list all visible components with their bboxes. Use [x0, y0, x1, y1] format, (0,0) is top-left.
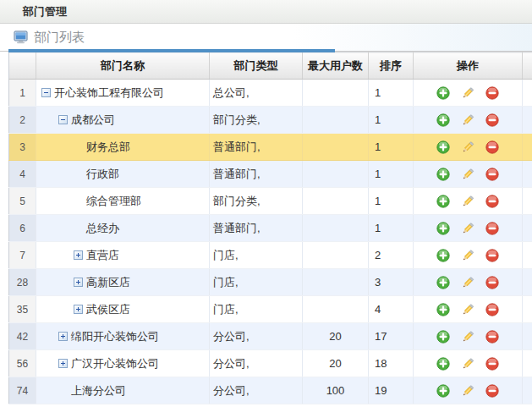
department-type-cell: 门店, — [210, 296, 303, 323]
edit-icon[interactable] — [461, 221, 475, 235]
max-users-cell — [303, 107, 369, 134]
operations-cell — [414, 107, 523, 134]
section-header: 部门列表 — [0, 24, 532, 52]
edit-icon[interactable] — [461, 329, 475, 344]
grid-body: 1 开心装饰工程有限公司 总公司, 1 2 成都公司 部门分类, 1 3 — [9, 80, 532, 404]
add-icon[interactable] — [436, 85, 451, 100]
table-row[interactable]: 7 直营店 门店, 2 — [9, 242, 532, 269]
max-users-cell: 100 — [303, 377, 369, 404]
add-icon[interactable] — [436, 383, 451, 398]
department-type-cell: 普通部门, — [210, 161, 303, 188]
row-number-cell: 28 — [9, 269, 36, 296]
table-row[interactable]: 28 高新区店 门店, 3 — [9, 269, 532, 296]
col-header-sort[interactable]: 排序 — [369, 52, 414, 80]
add-icon[interactable] — [436, 194, 451, 208]
department-type-cell: 部门分类, — [210, 107, 303, 134]
row-gutter-cell — [523, 161, 532, 188]
col-header-max-users[interactable]: 最大用户数 — [303, 52, 369, 80]
max-users-cell — [303, 161, 369, 188]
operations-cell — [414, 161, 523, 188]
table-row[interactable]: 3 财务总部 普通部门, 1 — [9, 134, 532, 161]
tree-indent — [40, 173, 74, 174]
add-icon[interactable] — [436, 221, 451, 235]
add-icon[interactable] — [436, 248, 451, 262]
row-number-cell: 56 — [9, 350, 36, 377]
tree-indent — [40, 255, 74, 256]
department-name: 总经办 — [86, 221, 119, 236]
edit-icon[interactable] — [461, 248, 475, 262]
delete-icon[interactable] — [485, 113, 500, 127]
edit-icon[interactable] — [461, 302, 475, 316]
edit-icon[interactable] — [461, 113, 475, 127]
tree-indent — [40, 390, 58, 391]
tree-toggle-icon[interactable] — [58, 115, 68, 124]
tab-department-management[interactable]: 部门管理 — [0, 4, 67, 19]
table-row[interactable]: 4 行政部 普通部门, 1 — [9, 161, 532, 188]
table-row[interactable]: 74 上海分公司 分公司, 100 19 — [9, 377, 532, 404]
col-header-department-type[interactable]: 部门类型 — [210, 52, 303, 80]
add-icon[interactable] — [436, 329, 451, 344]
edit-icon[interactable] — [461, 194, 475, 208]
edit-icon[interactable] — [461, 356, 475, 371]
table-row[interactable]: 1 开心装饰工程有限公司 总公司, 1 — [9, 80, 532, 107]
delete-icon[interactable] — [485, 356, 500, 371]
top-tab-bar: 部门管理 — [0, 0, 532, 24]
department-name: 绵阳开心装饰公司 — [71, 329, 159, 344]
delete-icon[interactable] — [485, 221, 500, 235]
col-header-department-name[interactable]: 部门名称 — [36, 52, 210, 80]
tree-toggle-icon[interactable] — [74, 305, 83, 314]
operations-cell — [414, 269, 523, 296]
department-name: 综合管理部 — [86, 194, 141, 209]
edit-icon[interactable] — [461, 275, 475, 289]
add-icon[interactable] — [436, 356, 451, 371]
department-type-cell: 总公司, — [210, 80, 303, 107]
table-row[interactable]: 6 总经办 普通部门, 1 — [9, 215, 532, 242]
sort-cell: 1 — [369, 134, 414, 161]
max-users-cell — [303, 188, 369, 215]
delete-icon[interactable] — [485, 275, 500, 289]
delete-icon[interactable] — [485, 248, 500, 262]
table-row[interactable]: 56 广汉开心装饰公司 分公司, 20 18 — [9, 350, 532, 377]
operations-cell — [414, 134, 523, 161]
section-title: 部门列表 — [34, 30, 85, 46]
department-type-cell: 分公司, — [210, 323, 303, 350]
section-accent-underline — [8, 49, 335, 52]
delete-icon[interactable] — [485, 329, 500, 344]
operations-cell — [414, 215, 523, 242]
row-gutter-cell — [523, 350, 532, 377]
tree-toggle-icon[interactable] — [58, 359, 68, 368]
table-row[interactable]: 2 成都公司 部门分类, 1 — [9, 107, 532, 134]
tree-toggle-icon[interactable] — [74, 278, 83, 287]
add-icon[interactable] — [436, 113, 451, 127]
operations-cell — [414, 188, 523, 215]
add-icon[interactable] — [436, 275, 451, 289]
max-users-cell — [303, 242, 369, 269]
sort-cell: 1 — [369, 107, 414, 134]
delete-icon[interactable] — [485, 167, 500, 181]
edit-icon[interactable] — [461, 85, 475, 100]
department-type-cell: 分公司, — [210, 350, 303, 377]
sort-cell: 19 — [369, 377, 414, 404]
delete-icon[interactable] — [485, 194, 500, 208]
edit-icon[interactable] — [461, 140, 475, 154]
delete-icon[interactable] — [485, 140, 500, 154]
table-row[interactable]: 5 综合管理部 部门分类, 1 — [9, 188, 532, 215]
row-number-header — [9, 52, 36, 80]
delete-icon[interactable] — [485, 85, 500, 100]
row-number-cell: 5 — [9, 188, 36, 215]
delete-icon[interactable] — [485, 383, 500, 398]
edit-icon[interactable] — [461, 167, 475, 181]
department-name: 上海分公司 — [71, 383, 126, 399]
grid-header-row: 部门名称 部门类型 最大用户数 排序 操作 — [9, 52, 532, 80]
add-icon[interactable] — [436, 167, 451, 181]
tree-toggle-icon[interactable] — [58, 332, 68, 341]
edit-icon[interactable] — [461, 383, 475, 398]
add-icon[interactable] — [436, 140, 451, 154]
table-row[interactable]: 42 绵阳开心装饰公司 分公司, 20 17 — [9, 323, 532, 350]
table-row[interactable]: 35 武侯区店 门店, 4 — [9, 296, 532, 323]
delete-icon[interactable] — [485, 302, 500, 316]
add-icon[interactable] — [436, 302, 451, 316]
tree-toggle-icon[interactable] — [74, 250, 83, 260]
row-number-cell: 3 — [9, 134, 36, 161]
tree-toggle-icon[interactable] — [41, 88, 51, 97]
